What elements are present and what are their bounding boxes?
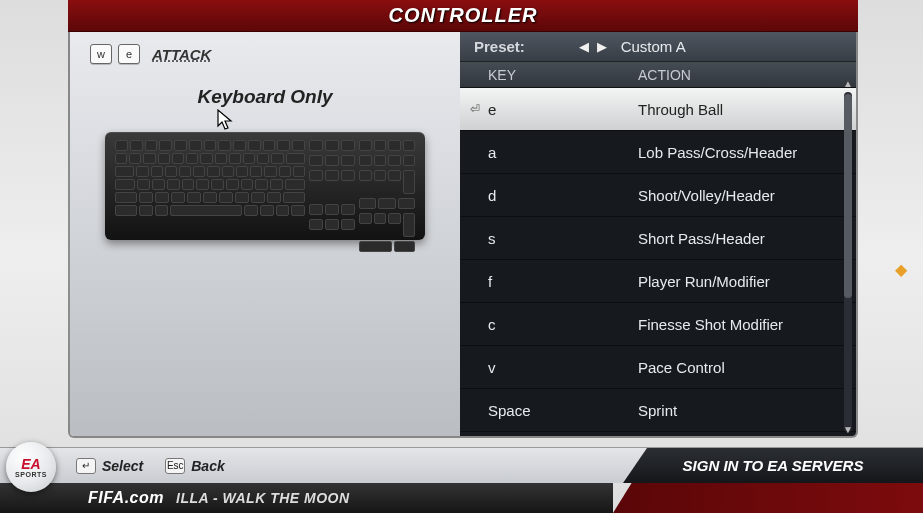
side-caret-icon: ◆ [895,260,907,279]
enter-key-icon: ↵ [76,458,96,474]
mode-selector[interactable]: w e ATTACK [90,44,440,64]
sign-in-button[interactable]: SIGN IN TO EA SERVERS [623,448,923,483]
ticker-text: ILLA - WALK THE MOON [176,490,350,506]
mode-label: ATTACK [152,46,211,63]
binding-key: d [488,187,638,204]
bindings-header: KEY ACTION [460,62,856,88]
next-mode-key[interactable]: e [118,44,140,64]
controller-name: Keyboard Only [90,86,440,108]
preset-value: Custom A [621,38,686,55]
binding-key: s [488,230,638,247]
binding-row[interactable]: ⏎sShort Pass/Header [460,217,856,260]
binding-action: Short Pass/Header [638,230,828,247]
preset-label: Preset: [474,38,579,55]
news-ticker: FIFA.com ILLA - WALK THE MOON [0,483,613,513]
bindings-list: ⏎eThrough Ball⏎aLob Pass/Cross/Header⏎dS… [460,88,856,436]
esc-key-icon: Esc [165,458,185,474]
scroll-thumb[interactable] [844,94,852,298]
binding-row[interactable]: ⏎SpaceSprint [460,389,856,432]
binding-row[interactable]: ⏎fPlayer Run/Modifier [460,260,856,303]
binding-row[interactable]: ⏎cFinesse Shot Modifier [460,303,856,346]
back-button[interactable]: Esc Back [165,458,224,474]
binding-key: a [488,144,638,161]
keyboard-image [105,132,425,240]
page-title: CONTROLLER [389,4,538,27]
column-action: ACTION [638,67,691,83]
select-button[interactable]: ↵ Select [76,458,143,474]
preset-selector[interactable]: Preset: ◀ ▶ Custom A [460,32,856,62]
scroll-up-icon[interactable]: ▲ [843,78,853,88]
binding-action: Player Run/Modifier [638,273,828,290]
ea-sports-logo: EA SPORTS [6,442,56,492]
binding-key: v [488,359,638,376]
binding-action: Finesse Shot Modifier [638,316,828,333]
binding-row[interactable]: ⏎dShoot/Volley/Header [460,174,856,217]
binding-row[interactable]: ⏎vPace Control [460,346,856,389]
binding-action: Shoot/Volley/Header [638,187,828,204]
controller-panel: w e ATTACK Keyboard Only [70,32,460,436]
footer: EA SPORTS ↵ Select Esc Back SIGN IN TO E… [0,447,923,513]
binding-row[interactable]: ⏎eThrough Ball [460,88,856,131]
bindings-panel: Preset: ◀ ▶ Custom A KEY ACTION ⏎eThroug… [460,32,856,436]
prev-mode-key[interactable]: w [90,44,112,64]
binding-key: f [488,273,638,290]
column-key: KEY [488,67,638,83]
back-label: Back [191,458,224,474]
preset-arrows-icon[interactable]: ◀ ▶ [579,39,609,54]
binding-action: Sprint [638,402,828,419]
binding-action: Pace Control [638,359,828,376]
scroll-down-icon[interactable]: ▼ [843,424,853,434]
title-bar: CONTROLLER [68,0,858,32]
scrollbar[interactable]: ▲ ▼ [844,92,852,432]
binding-key: e [488,101,638,118]
select-label: Select [102,458,143,474]
footer-accent [613,483,923,513]
enter-icon: ⏎ [470,102,484,116]
binding-row[interactable]: ⏎aLob Pass/Cross/Header [460,131,856,174]
binding-action: Lob Pass/Cross/Header [638,144,828,161]
binding-action: Through Ball [638,101,828,118]
ticker-brand: FIFA.com [88,489,164,507]
binding-key: c [488,316,638,333]
binding-key: Space [488,402,638,419]
